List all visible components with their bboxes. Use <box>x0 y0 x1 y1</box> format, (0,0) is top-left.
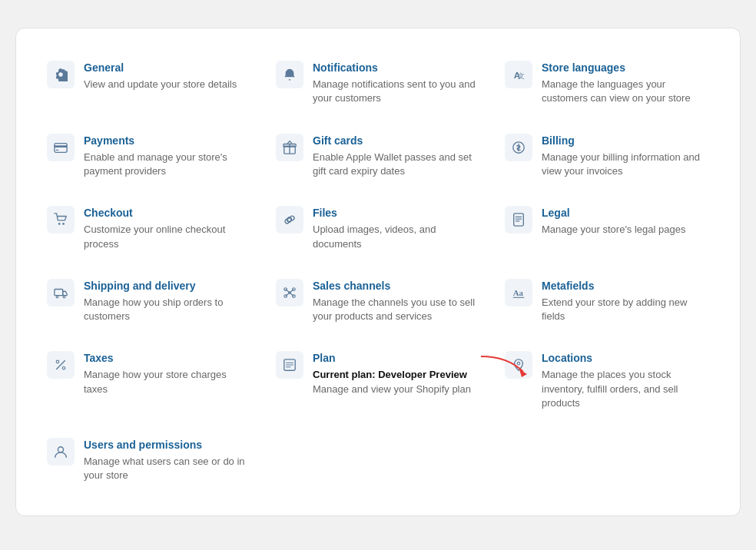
setting-item-gift-cards[interactable]: Gift cards Enable Apple Wallet passes an… <box>264 120 492 193</box>
setting-desc-files: Upload images, videos, and documents <box>313 223 480 250</box>
svg-rect-2 <box>55 143 67 152</box>
svg-line-19 <box>286 289 290 293</box>
setting-desc-shipping: Manage how you ship orders to customers <box>84 296 251 323</box>
setting-text-sales-channels: Sales channels Manage the channels you u… <box>313 279 480 324</box>
setting-desc-metafields: Extend your store by adding new fields <box>542 296 709 323</box>
setting-title-notifications: Notifications <box>313 61 480 75</box>
setting-item-shipping[interactable]: Shipping and delivery Manage how you shi… <box>35 265 264 338</box>
setting-title-billing: Billing <box>542 134 709 147</box>
setting-item-store-languages[interactable]: A文 Store languages Manage the languages … <box>492 47 721 120</box>
setting-title-store-languages: Store languages <box>542 61 709 75</box>
setting-desc-taxes: Manage how your store charges taxes <box>84 368 251 396</box>
setting-desc-users-permissions: Manage what users can see or do in your … <box>84 455 251 482</box>
setting-title-gift-cards: Gift cards <box>313 134 480 147</box>
svg-point-25 <box>56 360 59 363</box>
setting-text-payments: Payments Enable and manage your store's … <box>84 134 251 179</box>
settings-card: General View and update your store detai… <box>15 28 741 516</box>
svg-point-26 <box>62 367 65 370</box>
setting-title-files: Files <box>313 206 480 220</box>
setting-desc-payments: Enable and manage your store's payment p… <box>84 151 251 178</box>
setting-text-locations: Locations Manage the places you stock in… <box>542 351 709 410</box>
svg-line-22 <box>290 293 293 297</box>
setting-desc-locations: Manage the places you stock inventory, f… <box>542 368 709 410</box>
setting-text-users-permissions: Users and permissions Manage what users … <box>84 438 251 483</box>
svg-point-12 <box>56 296 58 298</box>
setting-title-sales-channels: Sales channels <box>313 279 480 293</box>
setting-text-billing: Billing Manage your billing information … <box>542 134 709 179</box>
svg-rect-10 <box>514 214 524 226</box>
svg-marker-28 <box>519 369 527 377</box>
user-icon <box>47 438 75 466</box>
svg-point-13 <box>63 296 65 298</box>
setting-title-general: General <box>84 61 251 75</box>
gift-icon <box>276 134 303 161</box>
setting-desc-store-languages: Manage the languages your customers can … <box>542 78 709 105</box>
setting-title-taxes: Taxes <box>84 351 251 365</box>
setting-title-checkout: Checkout <box>84 206 251 220</box>
setting-item-notifications[interactable]: Notifications Manage notifications sent … <box>264 47 492 120</box>
setting-text-notifications: Notifications Manage notifications sent … <box>313 61 480 106</box>
svg-point-8 <box>58 223 61 225</box>
setting-item-sales-channels[interactable]: Sales channels Manage the channels you u… <box>264 265 492 338</box>
setting-text-store-languages: Store languages Manage the languages you… <box>542 61 709 106</box>
truck-icon <box>47 279 75 306</box>
setting-title-shipping: Shipping and delivery <box>84 279 251 293</box>
svg-text:文: 文 <box>518 72 525 80</box>
setting-desc-checkout: Customize your online checkout process <box>84 223 251 250</box>
setting-item-billing[interactable]: Billing Manage your billing information … <box>492 120 721 193</box>
setting-item-checkout[interactable]: Checkout Customize your online checkout … <box>35 192 264 265</box>
setting-item-metafields[interactable]: Aa Metafields Extend your store by addin… <box>492 265 721 338</box>
setting-text-gift-cards: Gift cards Enable Apple Wallet passes an… <box>313 134 480 179</box>
setting-item-files[interactable]: Files Upload images, videos, and documen… <box>264 192 492 265</box>
svg-point-9 <box>62 223 65 225</box>
setting-title-payments: Payments <box>84 134 251 147</box>
setting-item-plan[interactable]: Plan Current plan: Developer Preview Man… <box>264 337 492 424</box>
setting-text-shipping: Shipping and delivery Manage how you shi… <box>84 279 251 324</box>
setting-desc-notifications: Manage notifications sent to you and you… <box>313 78 480 105</box>
dollar-icon <box>505 134 532 161</box>
setting-title-locations: Locations <box>542 351 709 365</box>
setting-text-taxes: Taxes Manage how your store charges taxe… <box>84 351 251 396</box>
setting-text-plan: Plan Current plan: Developer Preview Man… <box>313 351 480 396</box>
translate-icon: A文 <box>505 61 532 88</box>
setting-desc-gift-cards: Enable Apple Wallet passes and set gift … <box>313 151 480 178</box>
setting-item-legal[interactable]: Legal Manage your store's legal pages <box>492 192 721 265</box>
setting-desc-plan: Manage and view your Shopify plan <box>313 383 480 396</box>
setting-item-taxes[interactable]: Taxes Manage how your store charges taxe… <box>35 337 264 424</box>
setting-desc-billing: Manage your billing information and view… <box>542 151 709 178</box>
setting-item-payments[interactable]: Payments Enable and manage your store's … <box>35 120 264 193</box>
setting-desc-general: View and update your store details <box>84 78 251 91</box>
setting-plan-label: Current plan: Developer Preview <box>313 368 480 382</box>
svg-rect-3 <box>55 145 67 147</box>
setting-title-users-permissions: Users and permissions <box>84 438 251 452</box>
document-icon <box>505 206 532 234</box>
network-icon <box>276 279 303 306</box>
setting-title-legal: Legal <box>542 206 709 220</box>
settings-grid: General View and update your store detai… <box>35 47 721 497</box>
setting-text-metafields: Metafields Extend your store by adding n… <box>542 279 709 324</box>
svg-rect-4 <box>56 149 59 150</box>
bell-icon <box>276 61 303 88</box>
setting-desc-sales-channels: Manage the channels you use to sell your… <box>313 296 480 323</box>
svg-rect-11 <box>55 289 63 295</box>
svg-point-30 <box>58 447 63 452</box>
svg-line-20 <box>290 289 293 293</box>
svg-line-21 <box>286 293 290 297</box>
setting-item-general[interactable]: General View and update your store detai… <box>35 47 264 120</box>
setting-desc-legal: Manage your store's legal pages <box>542 223 709 237</box>
svg-text:Aa: Aa <box>513 287 524 297</box>
gear-icon <box>47 61 75 88</box>
plan-icon <box>276 351 303 379</box>
link-icon <box>276 206 303 234</box>
setting-text-legal: Legal Manage your store's legal pages <box>542 206 709 237</box>
setting-title-plan: Plan <box>313 351 480 365</box>
setting-text-files: Files Upload images, videos, and documen… <box>313 206 480 251</box>
setting-item-users-permissions[interactable]: Users and permissions Manage what users … <box>35 424 264 497</box>
setting-title-metafields: Metafields <box>542 279 709 293</box>
setting-text-checkout: Checkout Customize your online checkout … <box>84 206 251 251</box>
percent-icon <box>47 351 75 379</box>
setting-text-general: General View and update your store detai… <box>84 61 251 91</box>
credit-card-icon <box>47 134 75 161</box>
cart-icon <box>47 206 75 234</box>
text-icon: Aa <box>505 279 532 306</box>
